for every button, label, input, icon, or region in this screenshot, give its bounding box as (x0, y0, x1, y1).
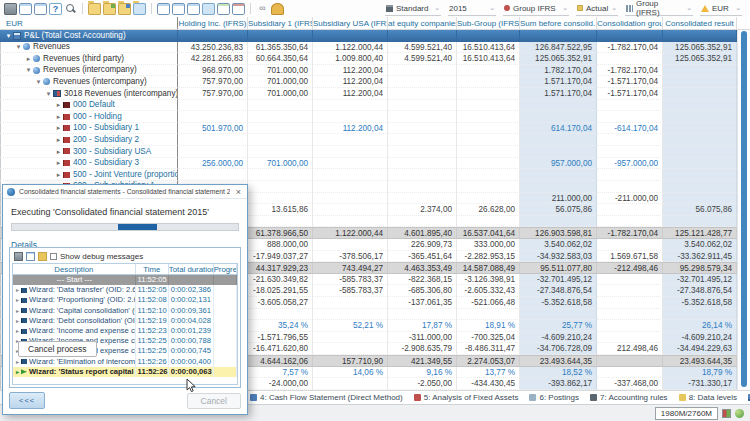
table-green-icon[interactable] (217, 3, 230, 15)
show-debug-checkbox[interactable] (50, 253, 57, 260)
log-column-header-3[interactable]: Progress (214, 264, 237, 274)
toolbar-separator (250, 3, 251, 14)
table-row[interactable]: ▸Revenues (third party)42.281.266,8360.6… (0, 53, 750, 65)
expand-arrow-icon[interactable]: ▸ (14, 316, 21, 326)
cancel-process-button[interactable]: Cancel process (18, 341, 97, 357)
expand-arrow-icon[interactable]: ▸ (14, 357, 21, 367)
row-label-cell: ▸000 - Holding (0, 111, 178, 123)
column-header-2[interactable]: Subsidiary 1 (IFRS) (248, 17, 313, 29)
links-icon[interactable]: ∞ (256, 3, 269, 15)
table-row[interactable]: ▸000 - Holding (0, 111, 750, 123)
log-start-row[interactable]: --- Start ---11:52:05 (13, 275, 237, 285)
table-row[interactable]: ▾P&L (Total Cost Accounting) (0, 30, 750, 42)
folder-import-icon[interactable] (103, 3, 116, 15)
table-red-icon[interactable] (232, 3, 245, 15)
column-header-4[interactable]: at equity companies (388, 17, 457, 29)
tab-accounting-rules[interactable]: 7: Accounting rules (590, 393, 668, 402)
vertical-scrollbar[interactable] (737, 30, 750, 390)
period-selector[interactable]: 2015⌄ (448, 2, 496, 16)
expand-arrow-icon[interactable]: ▸ (54, 134, 63, 145)
column-header-0[interactable]: EUR (0, 17, 178, 29)
log-row[interactable]: ▸Wizard: 'Data transfer' (OID: 2.635...1… (13, 285, 237, 295)
print-icon[interactable] (4, 3, 17, 15)
table-row[interactable]: ▸000 Default (0, 100, 750, 112)
log-column-header-2[interactable]: Total duration (169, 264, 214, 274)
table-row[interactable]: ▸100 - Subsidiary 1501.970,00112.200,046… (0, 123, 750, 135)
column-header-5[interactable]: Sub-Group (IFRS) (457, 17, 520, 29)
table-row[interactable]: ▾Revenues43.250.236,8361.365.350,641.122… (0, 42, 750, 54)
cancel-button[interactable]: Cancel (187, 393, 241, 409)
expand-arrow-icon[interactable]: ▸ (54, 100, 63, 111)
log-row[interactable]: ▸Wizard: 'Status report capital co...11:… (13, 367, 237, 377)
table-row[interactable]: ▸200 - Subsidiary 2 (0, 134, 750, 146)
expand-arrow-icon[interactable]: ▾ (4, 30, 13, 42)
close-icon[interactable]: × (234, 187, 243, 197)
help-icon[interactable]: ? (49, 3, 62, 15)
expand-arrow-icon[interactable]: ▸ (54, 169, 63, 180)
user-settings-icon[interactable] (271, 3, 284, 15)
folder-open-icon[interactable] (88, 3, 101, 15)
log-row[interactable]: ▸Wizard: 'Elimination of intercompa...11… (13, 357, 237, 367)
expand-arrow-icon[interactable]: ▸ (14, 306, 21, 316)
column-header-6[interactable]: Sum before consolid... (520, 17, 597, 29)
dialog-title-bar[interactable]: Consolidated financial statements - Cons… (3, 185, 247, 199)
column-header-3[interactable]: Subsidiary USA (IFRS) (313, 17, 388, 29)
layout-selector[interactable]: Standard⌄ (385, 2, 441, 16)
column-header-7[interactable]: Consolidation group (597, 17, 663, 29)
table-row[interactable]: ▸300 - Subsidiary USA (0, 146, 750, 158)
copy-icon[interactable] (26, 252, 35, 261)
columns-all-icon[interactable] (202, 3, 215, 15)
log-row[interactable]: ▸Wizard: 'Debt consolidation' (OID: ...1… (13, 316, 237, 326)
expand-arrow-icon[interactable]: ▸ (54, 158, 63, 169)
value-cell: 968.970,00 (178, 65, 248, 77)
expand-arrow-icon[interactable]: ▸ (14, 367, 21, 377)
expand-arrow-icon[interactable]: ▸ (14, 326, 21, 336)
tab-data-levels[interactable]: 8: Data levels (679, 393, 737, 402)
table-row[interactable]: ▾Revenues (intercompany)968.970,00701.00… (0, 65, 750, 77)
print-icon[interactable] (14, 252, 23, 261)
expand-arrow-icon[interactable]: ▾ (44, 88, 53, 99)
tab-postings[interactable]: 6: Postings (529, 393, 579, 402)
columns-mid-icon[interactable] (172, 3, 185, 15)
scrollbar-thumb[interactable] (741, 31, 747, 387)
table-view-icon[interactable] (19, 3, 32, 15)
expand-arrow-icon[interactable]: ▸ (54, 146, 63, 157)
tab-cash-flow[interactable]: 4: Cash Flow Statement (Direct Method) (250, 393, 403, 402)
column-header-1[interactable]: Holding Inc. (IFRS) (178, 17, 248, 29)
group-selector[interactable]: Group (IFRS)⌄ (625, 2, 693, 16)
table-row[interactable]: ▸500 - Joint Venture (proportional) (0, 169, 750, 181)
value-cell (248, 309, 313, 321)
log-row[interactable]: ▸Wizard: 'Capital consolidation' (OI...1… (13, 306, 237, 316)
row-label-cell: ▸100 - Subsidiary 1 (0, 123, 178, 135)
table-window-icon[interactable] (34, 3, 47, 15)
expand-arrow-icon[interactable]: ▸ (24, 53, 33, 64)
expand-arrow-icon[interactable]: ▸ (54, 123, 63, 134)
value-cell (313, 204, 388, 216)
expand-arrow-icon[interactable]: ▾ (24, 65, 33, 76)
log-row[interactable]: ▸Wizard: 'Proportioning' (OID: 2.63...11… (13, 295, 237, 305)
expand-arrow-icon[interactable]: ▾ (14, 42, 23, 53)
filter-icon[interactable] (38, 252, 47, 261)
table-row[interactable]: ▸400 - Subsidiary 3256.000,00701.000,009… (0, 158, 750, 170)
column-header-8[interactable]: Consolidated result (663, 17, 737, 29)
log-column-header-0[interactable]: Description (13, 264, 136, 274)
table-row[interactable]: ▾3018 Revenues (intercompany)757.970,007… (0, 88, 750, 100)
tab-fixed-assets[interactable]: 5: Analysis of Fixed Assets (414, 393, 519, 402)
expand-arrow-icon[interactable]: ▸ (54, 111, 63, 122)
table-row[interactable]: ▾Revenues (intercompany)757.970,00701.00… (0, 76, 750, 88)
folder-export-icon[interactable] (118, 3, 131, 15)
collapse-button[interactable]: <<< (9, 392, 45, 409)
log-column-header-1[interactable]: Time (136, 264, 169, 274)
scenario-selector[interactable]: Group IFRS⌄ (503, 2, 569, 16)
log-description-cell: ▸Wizard: 'Status report capital co... (13, 367, 136, 377)
columns-left-icon[interactable] (157, 3, 170, 15)
search-icon[interactable] (64, 3, 77, 15)
expand-arrow-icon[interactable]: ▸ (14, 295, 21, 305)
columns-right-icon[interactable] (187, 3, 200, 15)
folder-active-icon[interactable] (133, 3, 146, 15)
currency-selector[interactable]: EUR⌄ (700, 2, 742, 16)
expand-arrow-icon[interactable]: ▾ (34, 76, 43, 87)
log-row[interactable]: ▸Wizard: 'Income and expense cons...11:5… (13, 326, 237, 336)
expand-arrow-icon[interactable]: ▸ (14, 285, 21, 295)
data-level-selector[interactable]: Actual⌄ (576, 2, 618, 16)
